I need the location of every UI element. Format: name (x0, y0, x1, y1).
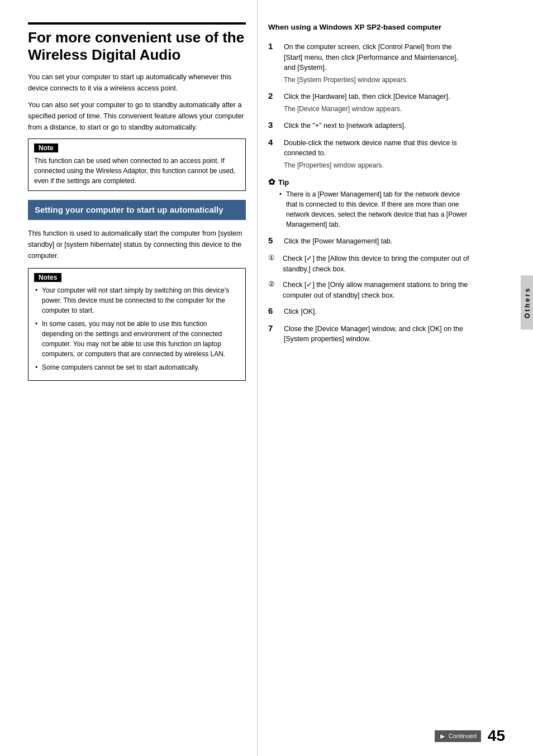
step-3: 3 Click the "+" next to [network adapter… (268, 121, 469, 131)
page-number: 45 (488, 727, 505, 745)
notes-item-2: In some cases, you may not be able to us… (34, 319, 240, 359)
step-6-num: 6 (268, 306, 282, 315)
step-4-num: 4 (268, 137, 282, 147)
step-4-content: Double-click the network device name tha… (284, 138, 469, 171)
step-1-sub: The [System Properties] window appears. (284, 75, 469, 85)
circle-2-text: Check [✓] the [Only allow management sta… (283, 280, 469, 301)
step-3-num: 3 (268, 120, 282, 130)
step-1-content: On the computer screen, click [Control P… (284, 42, 469, 85)
notes-item-3: Some computers cannot be set to start au… (34, 362, 240, 372)
step-7-num: 7 (268, 323, 282, 333)
step-7: 7 Close the [Device Manager] window, and… (268, 324, 469, 345)
step-4: 4 Double-click the network device name t… (268, 138, 469, 171)
circle-1-text: Check [✓] the [Allow this device to brin… (283, 253, 469, 275)
continued-text: Continued (449, 733, 477, 739)
step-2-num: 2 (268, 91, 282, 101)
tip-item-1: There is a [Power Management] tab for th… (279, 189, 469, 229)
tip-box: ✿ Tip There is a [Power Management] tab … (268, 177, 469, 229)
step-3-text: Click the "+" next to [network adapters]… (284, 122, 406, 130)
step-5: 5 Click the [Power Management] tab. (268, 236, 469, 247)
step-5-num: 5 (268, 236, 282, 245)
step-6-content: Click [OK]. (284, 307, 469, 317)
section-heading-text: Setting your computer to start up automa… (35, 205, 223, 214)
step-1: 1 On the computer screen, click [Control… (268, 42, 469, 85)
notes-item-1: Your computer will not start simply by s… (34, 285, 240, 315)
note-text: This function can be used when connected… (34, 156, 240, 186)
step-4-sub: The [Properties] window appears. (284, 160, 469, 170)
continued-badge: ► Continued (435, 730, 481, 742)
intro-para-1: You can set your computer to start up au… (28, 71, 246, 94)
step-2-content: Click the [Hardware] tab, then click [De… (284, 92, 469, 114)
notes-label: Notes (34, 273, 61, 282)
tip-label-text: Tip (278, 178, 289, 186)
step-7-content: Close the [Device Manager] window, and c… (284, 324, 469, 345)
column-divider (257, 0, 258, 756)
right-heading: When using a Windows XP SP2-based comput… (268, 22, 469, 33)
note-box: Note This function can be used when conn… (28, 138, 246, 191)
page-container: For more convenient use of the Wireless … (0, 0, 533, 756)
main-title: For more convenient use of the Wireless … (28, 29, 246, 64)
left-column: For more convenient use of the Wireless … (0, 0, 257, 756)
circle-step-2: ② Check [✓] the [Only allow management s… (268, 280, 469, 301)
intro-para-2: You can also set your computer to go to … (28, 99, 246, 133)
footer: ► Continued 45 (435, 727, 505, 745)
circle-2-num: ② (268, 280, 280, 288)
section-heading-box: Setting your computer to start up automa… (28, 200, 246, 220)
tip-list: There is a [Power Management] tab for th… (268, 189, 469, 229)
step-2-text: Click the [Hardware] tab, then click [De… (284, 93, 450, 101)
continued-arrow-icon: ► (439, 732, 446, 740)
step-7-text: Close the [Device Manager] window, and c… (284, 325, 463, 343)
step-3-content: Click the "+" next to [network adapters]… (284, 121, 469, 131)
step-6: 6 Click [OK]. (268, 307, 469, 317)
notes-box: Notes Your computer will not start simpl… (28, 268, 246, 381)
step-6-text: Click [OK]. (284, 308, 317, 315)
right-col-inner: When using a Windows XP SP2-based comput… (268, 22, 486, 344)
notes-list: Your computer will not start simply by s… (34, 285, 240, 372)
circle-1-num: ① (268, 253, 280, 262)
step-5-text: Click the [Power Management] tab. (284, 237, 393, 245)
note-label: Note (34, 143, 58, 152)
step-2-sub: The [Device Manager] window appears. (284, 104, 469, 114)
tip-icon: ✿ (268, 177, 275, 187)
step-5-content: Click the [Power Management] tab. (284, 236, 469, 247)
circle-step-1: ① Check [✓] the [Allow this device to br… (268, 253, 469, 275)
right-column: When using a Windows XP SP2-based comput… (257, 0, 503, 756)
top-border (28, 22, 246, 25)
step-2: 2 Click the [Hardware] tab, then click [… (268, 92, 469, 114)
others-sidebar-tab: Others (521, 275, 533, 329)
step-1-num: 1 (268, 41, 282, 51)
step-1-text: On the computer screen, click [Control P… (284, 43, 458, 72)
function-text: This function is used to automatically s… (28, 228, 246, 261)
step-4-text: Double-click the network device name tha… (284, 139, 457, 157)
tip-label: ✿ Tip (268, 177, 469, 187)
